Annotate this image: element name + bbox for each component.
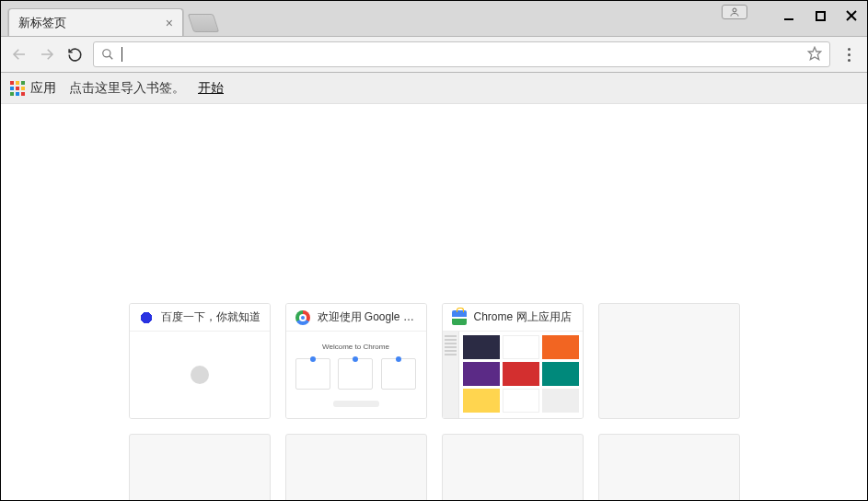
svg-point-0 xyxy=(733,8,736,12)
most-visited-tile[interactable]: 百度一下，你就知道 xyxy=(129,303,271,419)
tile-thumbnail xyxy=(443,332,583,418)
tile-header: 欢迎使用 Google C... xyxy=(286,304,426,332)
most-visited-tile[interactable]: Chrome 网上应用店 xyxy=(442,303,584,419)
import-bookmarks-hint: 点击这里导入书签。 xyxy=(69,80,185,97)
forward-button[interactable] xyxy=(38,45,56,64)
minimize-icon xyxy=(783,10,794,21)
tile-title: 欢迎使用 Google C... xyxy=(318,309,417,325)
most-visited: 百度一下，你就知道欢迎使用 Google C...Welcome to Chro… xyxy=(1,303,867,501)
apps-grid-icon xyxy=(10,81,25,96)
svg-point-7 xyxy=(103,50,110,57)
minimize-button[interactable] xyxy=(773,1,804,30)
bookmarks-bar: 应用 点击这里导入书签。 开始 xyxy=(1,73,867,104)
webstore-favicon-icon xyxy=(452,310,467,325)
chrome-favicon-icon xyxy=(295,310,310,325)
import-bookmarks-link[interactable]: 开始 xyxy=(198,80,224,97)
arrow-right-icon xyxy=(39,46,55,63)
apps-shortcut[interactable]: 应用 xyxy=(10,80,56,97)
tab-close-icon[interactable]: × xyxy=(166,17,173,29)
svg-marker-9 xyxy=(808,47,820,59)
toolbar xyxy=(1,36,867,73)
most-visited-tile-empty xyxy=(598,303,740,419)
most-visited-tile-empty xyxy=(598,434,740,501)
address-input[interactable] xyxy=(130,44,800,64)
new-tab-button[interactable] xyxy=(188,14,219,32)
maximize-button[interactable] xyxy=(804,1,836,30)
close-window-button[interactable] xyxy=(836,1,867,30)
new-tab-page: 百度一下，你就知道欢迎使用 Google C...Welcome to Chro… xyxy=(1,104,867,500)
profile-button[interactable] xyxy=(722,5,747,19)
back-button[interactable] xyxy=(10,45,29,64)
tile-thumbnail xyxy=(130,332,270,418)
chrome-menu-button[interactable] xyxy=(839,48,858,62)
apps-label: 应用 xyxy=(30,80,56,97)
reload-button[interactable] xyxy=(65,45,84,64)
title-bar: 新标签页 × xyxy=(1,1,867,36)
most-visited-tile[interactable]: 欢迎使用 Google C...Welcome to Chrome xyxy=(285,303,427,419)
tile-header: 百度一下，你就知道 xyxy=(130,304,270,332)
tile-title: Chrome 网上应用店 xyxy=(474,309,572,325)
arrow-left-icon xyxy=(11,46,28,63)
text-caret xyxy=(122,47,122,62)
tile-title: 百度一下，你就知道 xyxy=(161,309,260,325)
baidu-favicon-icon xyxy=(139,310,154,325)
most-visited-tile-empty xyxy=(285,434,427,501)
svg-line-8 xyxy=(110,56,113,60)
close-icon xyxy=(846,10,857,21)
tab-title: 新标签页 xyxy=(18,15,166,31)
tile-header: Chrome 网上应用店 xyxy=(443,304,583,332)
maximize-icon xyxy=(816,11,826,21)
browser-tab[interactable]: 新标签页 × xyxy=(8,8,183,36)
bookmark-star-icon[interactable] xyxy=(807,46,822,64)
svg-rect-2 xyxy=(816,12,825,20)
most-visited-tile-empty xyxy=(442,434,584,501)
window-controls xyxy=(773,1,867,36)
reload-icon xyxy=(67,47,83,63)
omnibox[interactable] xyxy=(93,41,830,67)
search-icon xyxy=(101,48,114,61)
user-icon xyxy=(729,6,740,17)
tile-thumbnail: Welcome to Chrome xyxy=(286,332,426,418)
most-visited-tile-empty xyxy=(129,434,271,501)
